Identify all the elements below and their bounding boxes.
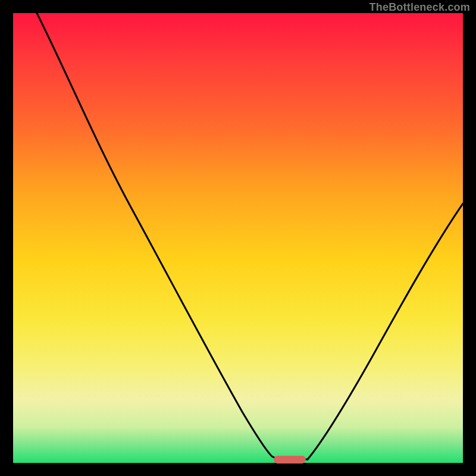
bottleneck-curve xyxy=(13,13,463,463)
watermark: TheBottleneck.com xyxy=(369,1,470,14)
plot-area xyxy=(13,13,463,463)
chart-frame: TheBottleneck.com xyxy=(0,0,476,476)
optimal-marker xyxy=(274,456,306,464)
